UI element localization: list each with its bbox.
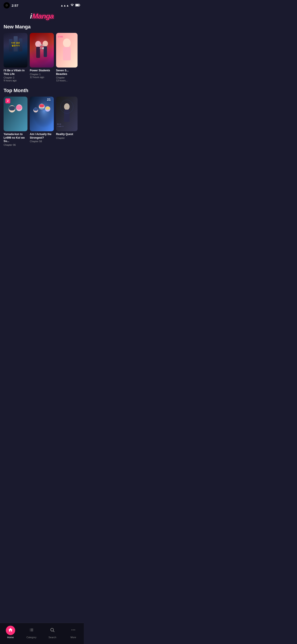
app-logo: i Manga [30, 12, 54, 20]
manga-info-power: Power Students Chapter 1 12 hours ago [30, 68, 54, 79]
manga-info-reality: Reality Quest Chapter [56, 131, 77, 140]
manga-chapter-power: Chapter 1 [30, 73, 54, 76]
wifi-icon [70, 4, 74, 7]
manga-title-reality: Reality Quest [56, 132, 77, 136]
manga-info-seven: Seven S... Beauties Chapter 13 hours... [56, 68, 77, 82]
card-cover-reality: 퀘스트 도달합니다 [56, 96, 77, 131]
svg-rect-10 [63, 47, 71, 60]
new-manga-cards-row: 이번 생은빌린이다 I'll Be a Villain in This Life… [3, 33, 80, 82]
svg-text:퀘스트: 퀘스트 [57, 124, 61, 125]
manga-title-power: Power Students [30, 69, 54, 72]
svg-text:新連載: 新連載 [58, 36, 63, 38]
manga-chapter-yamada: Chapter 96 [3, 144, 27, 146]
manga-card-villain[interactable]: 이번 생은빌린이다 I'll Be a Villain in This Life… [3, 33, 27, 82]
manga-card-ami[interactable]: 21 澄守彩 Am I Actually the Strongest? Chap… [30, 96, 54, 147]
signal-icon: ▲▲▲ [60, 4, 69, 7]
svg-rect-24 [39, 104, 44, 107]
manga-card-reality[interactable]: 퀘스트 도달합니다 Reality Quest Chapter [56, 96, 77, 147]
manga-title-villain: I'll Be a Villain in This Life [3, 69, 27, 76]
card-cover-power: 런닝스쿨 [30, 33, 54, 68]
svg-rect-16 [16, 105, 22, 110]
manga-chapter-seven: Chapter [56, 76, 77, 79]
manga-time-villain: 9 hours ago [3, 79, 27, 82]
manga-title-ami: Am I Actually the Strongest? [30, 132, 54, 140]
svg-rect-20 [30, 96, 54, 131]
logo-suffix: Manga [32, 12, 54, 20]
rank-badge-yamada: 2 [5, 98, 10, 103]
top-month-section: Top Month 2 [0, 88, 84, 152]
top-month-cards-row: 2 [3, 96, 80, 147]
card-cover-ami: 21 澄守彩 [30, 96, 54, 131]
manga-chapter-ami: Chapter 58 [30, 140, 54, 143]
manga-time-seven: 13 hours... [56, 79, 77, 82]
card-cover-yamada: 2 [3, 96, 27, 131]
manga-title-seven: Seven S... Beauties [56, 69, 77, 76]
manga-info-yamada: Yamada-kun to Lv999 no Koi wo Su... Chap… [3, 131, 27, 147]
camera-indicator [3, 2, 10, 8]
svg-rect-3 [30, 33, 54, 68]
manga-card-power[interactable]: 런닝스쿨 Power Students Chapter 1 12 hours a… [30, 33, 54, 82]
manga-card-seven[interactable]: 新連載 Seven S... Beauties Chapter 13 hours… [56, 33, 77, 82]
battery-icon [75, 4, 80, 7]
manga-chapter-reality: Chapter [56, 137, 77, 139]
svg-rect-30 [64, 110, 69, 122]
header: i Manga [0, 10, 84, 24]
logo-prefix: i [30, 12, 32, 20]
top-month-title: Top Month [3, 88, 80, 94]
svg-rect-1 [76, 4, 79, 6]
manga-card-yamada[interactable]: 2 [3, 96, 27, 147]
status-bar: 2:57 ▲▲▲ [0, 0, 84, 10]
card-cover-seven: 新連載 [56, 33, 77, 68]
svg-text:21: 21 [47, 98, 51, 101]
svg-point-9 [63, 38, 71, 48]
new-manga-title: New Manga [3, 24, 80, 30]
svg-point-29 [64, 103, 69, 110]
svg-rect-25 [33, 108, 38, 111]
status-icons: ▲▲▲ [60, 4, 80, 7]
new-manga-section: New Manga 이번 생은빌린이다 I'll [0, 24, 84, 88]
svg-rect-15 [9, 106, 15, 110]
manga-time-power: 12 hours ago [30, 76, 54, 78]
manga-info-ami: Am I Actually the Strongest? Chapter 58 [30, 131, 54, 143]
svg-rect-26 [46, 107, 50, 110]
manga-chapter-villain: Chapter 2 [3, 76, 27, 79]
status-time: 2:57 [12, 4, 18, 8]
svg-rect-2 [80, 5, 80, 6]
manga-title-yamada: Yamada-kun to Lv999 no Koi wo Su... [3, 132, 27, 143]
svg-text:도달합니다: 도달합니다 [57, 126, 63, 127]
card-cover-villain: 이번 생은빌린이다 [3, 33, 27, 68]
manga-info-villain: I'll Be a Villain in This Life Chapter 2… [3, 68, 27, 82]
main-content: New Manga 이번 생은빌린이다 I'll [0, 24, 84, 172]
